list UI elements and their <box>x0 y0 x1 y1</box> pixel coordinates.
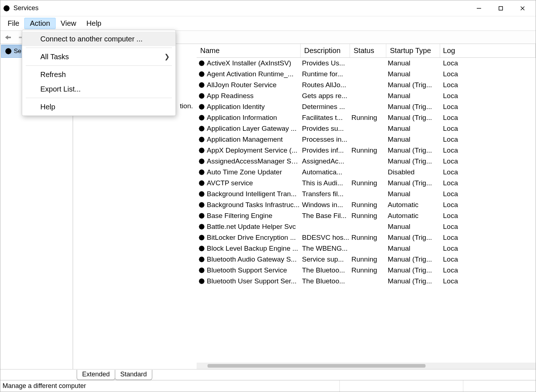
service-row[interactable]: Application InformationFacilitates t...R… <box>197 112 536 123</box>
tab-extended[interactable]: Extended <box>77 370 115 380</box>
services-list: ˄ Name Description Status Startup Type L… <box>197 44 536 369</box>
service-row[interactable]: Agent Activation Runtime_...Runtime for.… <box>197 69 536 80</box>
service-startup-cell: Disabled <box>386 168 440 176</box>
gear-icon <box>198 223 205 230</box>
service-name: AssignedAccessManager Se... <box>207 157 301 165</box>
service-name-cell: Application Identity <box>197 103 301 111</box>
service-name: Agent Activation Runtime_... <box>207 70 301 78</box>
service-row[interactable]: AVCTP serviceThis is Audi...RunningManua… <box>197 178 536 189</box>
service-name-cell: Block Level Backup Engine ... <box>197 245 301 252</box>
service-name-cell: AssignedAccessManager Se... <box>197 157 301 165</box>
service-name-cell: Bluetooth User Support Ser... <box>197 277 301 285</box>
service-startup-cell: Manual (Trig... <box>386 157 440 165</box>
service-name-cell: AVCTP service <box>197 179 301 187</box>
service-name-cell: Application Information <box>197 114 301 122</box>
minimize-button[interactable] <box>468 0 490 16</box>
service-logon-cell: Loca <box>440 179 536 187</box>
menu-action[interactable]: Action <box>24 18 56 29</box>
service-name-cell: Base Filtering Engine <box>197 212 301 220</box>
service-logon-cell: Loca <box>440 255 536 263</box>
svg-rect-2 <box>499 7 503 10</box>
menu-export-list[interactable]: Export List... <box>22 82 176 96</box>
service-name-cell: ActiveX Installer (AxInstSV) <box>197 59 301 67</box>
service-row[interactable]: Bluetooth User Support Ser...The Bluetoo… <box>197 276 536 287</box>
service-startup-cell: Manual <box>386 125 440 133</box>
service-desc-cell: The Base Fil... <box>301 212 350 220</box>
service-status-cell: Running <box>350 212 386 220</box>
services-window: Services File Action View Help <box>0 0 536 392</box>
titlebar[interactable]: Services <box>0 0 536 16</box>
service-row[interactable]: AppX Deployment Service (...Provides inf… <box>197 145 536 156</box>
service-row[interactable]: Bluetooth Support ServiceThe Bluetoo...R… <box>197 265 536 276</box>
sort-asc-icon: ˄ <box>247 44 250 48</box>
service-row[interactable]: Base Filtering EngineThe Base Fil...Runn… <box>197 210 536 221</box>
service-desc-cell: BDESVC hos... <box>301 234 350 242</box>
service-row[interactable]: AssignedAccessManager Se...AssignedAc...… <box>197 156 536 167</box>
menu-refresh[interactable]: Refresh <box>22 67 176 82</box>
service-row[interactable]: Background Intelligent Tran...Transfers … <box>197 189 536 199</box>
service-desc-cell: Gets apps re... <box>301 92 350 100</box>
service-status-cell: Running <box>350 114 386 122</box>
service-row[interactable]: ActiveX Installer (AxInstSV)Provides Us.… <box>197 58 536 69</box>
service-name: AppX Deployment Service (... <box>207 146 301 154</box>
horizontal-scrollbar[interactable] <box>197 363 536 369</box>
gear-icon <box>198 201 205 209</box>
service-rows[interactable]: ActiveX Installer (AxInstSV)Provides Us.… <box>197 58 536 363</box>
tab-standard[interactable]: Standard <box>115 370 152 380</box>
close-button[interactable] <box>512 0 533 16</box>
service-row[interactable]: BitLocker Drive Encryption ...BDESVC hos… <box>197 232 536 243</box>
gear-icon <box>198 114 205 121</box>
service-desc-cell: Routes AllJo... <box>301 81 350 89</box>
service-logon-cell: Loca <box>440 125 536 133</box>
service-name: Base Filtering Engine <box>207 212 301 220</box>
maximize-button[interactable] <box>490 0 512 16</box>
service-status-cell: Running <box>350 179 386 187</box>
menu-view[interactable]: View <box>56 16 81 31</box>
gear-icon <box>198 278 205 285</box>
menu-help[interactable]: Help <box>22 100 176 114</box>
service-desc-cell: Windows in... <box>301 201 350 209</box>
gear-icon <box>198 103 205 110</box>
menu-help[interactable]: Help <box>81 16 106 31</box>
service-row[interactable]: Application IdentityDetermines ...Manual… <box>197 101 536 112</box>
service-row[interactable]: Block Level Backup Engine ...The WBENG..… <box>197 243 536 254</box>
service-desc-cell: Facilitates t... <box>301 114 350 122</box>
service-row[interactable]: Bluetooth Audio Gateway S...Service sup.… <box>197 254 536 265</box>
service-startup-cell: Manual (Trig... <box>386 277 440 285</box>
gear-icon <box>198 147 205 154</box>
service-desc-cell: Runtime for... <box>301 70 350 78</box>
service-desc-cell: Service sup... <box>301 255 350 263</box>
service-logon-cell: Loca <box>440 81 536 89</box>
service-name-cell: Auto Time Zone Updater <box>197 168 301 176</box>
column-startup-type[interactable]: Startup Type <box>386 44 440 57</box>
service-name: Application Management <box>207 136 301 144</box>
service-startup-cell: Manual <box>386 223 440 231</box>
app-icon <box>3 4 11 12</box>
column-status[interactable]: Status <box>350 44 386 57</box>
service-row[interactable]: AllJoyn Router ServiceRoutes AllJo...Man… <box>197 80 536 90</box>
menu-connect-to-another-computer[interactable]: Connect to another computer ... <box>22 32 176 46</box>
gear-icon <box>198 92 205 100</box>
service-row[interactable]: Auto Time Zone UpdaterAutomatica...Disab… <box>197 167 536 178</box>
service-name-cell: Bluetooth Support Service <box>197 266 301 274</box>
service-name-cell: Background Intelligent Tran... <box>197 190 301 198</box>
service-name-cell: AllJoyn Router Service <box>197 81 301 89</box>
service-row[interactable]: Battle.net Update Helper SvcManualLoca <box>197 221 536 232</box>
service-row[interactable]: Application ManagementProcesses in...Man… <box>197 134 536 145</box>
column-name[interactable]: ˄ Name <box>197 44 301 57</box>
service-desc-cell: Determines ... <box>301 103 350 111</box>
service-row[interactable]: Application Layer Gateway ...Provides su… <box>197 123 536 134</box>
service-row[interactable]: App ReadinessGets apps re...ManualLoca <box>197 90 536 101</box>
menu-file[interactable]: File <box>3 16 24 31</box>
column-log-on-as[interactable]: Log <box>440 44 536 57</box>
column-description[interactable]: Description <box>301 44 350 57</box>
column-header-row: ˄ Name Description Status Startup Type L… <box>197 44 536 58</box>
service-row[interactable]: Background Tasks Infrastruc...Windows in… <box>197 199 536 210</box>
menu-all-tasks[interactable]: All Tasks ❯ <box>22 49 176 64</box>
window-title: Services <box>13 4 39 12</box>
service-desc-cell: AssignedAc... <box>301 157 350 165</box>
gear-icon <box>198 60 205 67</box>
service-logon-cell: Loca <box>440 266 536 274</box>
gear-icon <box>198 70 205 78</box>
back-button[interactable] <box>3 33 13 42</box>
